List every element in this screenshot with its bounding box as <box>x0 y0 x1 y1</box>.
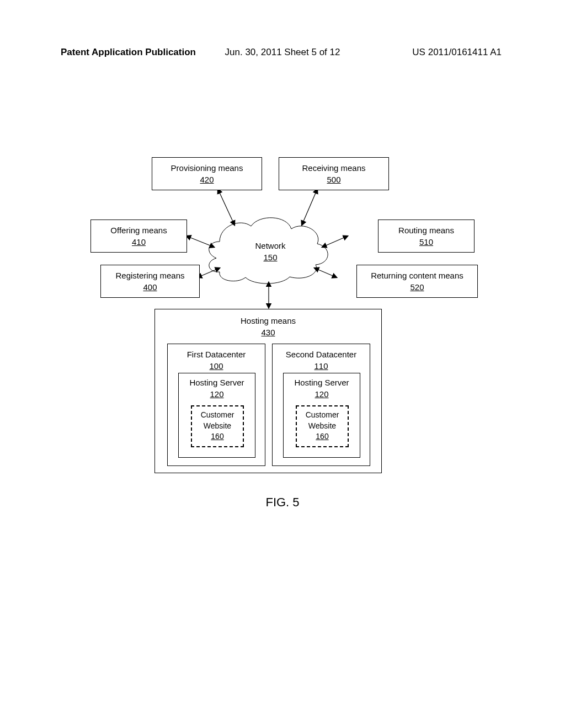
figure-label: FIG. 5 <box>0 495 565 510</box>
offering-label: Offering means <box>94 224 184 236</box>
offering-ref: 410 <box>94 236 184 248</box>
network-cloud: Network 150 <box>212 207 328 281</box>
receiving-label: Receiving means <box>282 162 386 174</box>
dc2-ref: 110 <box>314 361 328 371</box>
dc1-label: First Datacenter <box>187 350 246 359</box>
registering-means-box: Registering means 400 <box>100 265 200 298</box>
network-text: Network 150 <box>212 240 328 263</box>
header-sheet-info: Jun. 30, 2011 Sheet 5 of 12 <box>225 47 340 58</box>
hosting-title: Hosting means 430 <box>155 309 381 338</box>
provisioning-label: Provisioning means <box>155 162 259 174</box>
dc1-server-label: Hosting Server <box>189 378 244 387</box>
first-datacenter-box: First Datacenter 100 Hosting Server 120 … <box>167 344 265 466</box>
dc2-website-ref: 160 <box>316 432 328 441</box>
network-label: Network <box>255 241 285 250</box>
header-publication: Patent Application Publication <box>61 47 196 58</box>
provisioning-means-box: Provisioning means 420 <box>152 157 262 190</box>
receiving-means-box: Receiving means 500 <box>279 157 389 190</box>
registering-ref: 400 <box>104 281 196 293</box>
offering-means-box: Offering means 410 <box>90 220 187 253</box>
hosting-means-box: Hosting means 430 First Datacenter 100 H… <box>154 309 382 473</box>
returning-means-box: Returning content means 520 <box>356 265 478 298</box>
dc1-website-l2: Website <box>204 421 231 430</box>
dc2-website-l2: Website <box>308 421 336 430</box>
dc2-server-label: Hosting Server <box>294 378 349 387</box>
dc2-website-l1: Customer <box>306 410 339 419</box>
dc1-website-ref: 160 <box>211 432 223 441</box>
hosting-ref: 430 <box>261 328 275 337</box>
dc1-server-box: Hosting Server 120 Customer Website 160 <box>178 373 255 458</box>
network-ref: 150 <box>263 253 277 262</box>
provisioning-ref: 420 <box>155 174 259 185</box>
dc1-website-box: Customer Website 160 <box>191 405 244 447</box>
returning-label: Returning content means <box>360 270 475 281</box>
dc1-ref: 100 <box>209 361 223 371</box>
dc1-server-ref: 120 <box>210 389 223 399</box>
routing-label: Routing means <box>381 224 471 236</box>
hosting-label: Hosting means <box>241 316 296 325</box>
page-header: Patent Application Publication Jun. 30, … <box>0 47 565 58</box>
routing-means-box: Routing means 510 <box>378 220 475 253</box>
second-datacenter-box: Second Datacenter 110 Hosting Server 120… <box>272 344 370 466</box>
dc2-website-box: Customer Website 160 <box>296 405 349 447</box>
routing-ref: 510 <box>381 236 471 248</box>
header-patent-number: US 2011/0161411 A1 <box>412 47 502 58</box>
receiving-ref: 500 <box>282 174 386 185</box>
dc2-server-box: Hosting Server 120 Customer Website 160 <box>283 373 360 458</box>
returning-ref: 520 <box>360 281 475 293</box>
svg-line-2 <box>186 236 214 247</box>
dc2-server-ref: 120 <box>315 389 328 399</box>
dc2-label: Second Datacenter <box>286 350 356 359</box>
registering-label: Registering means <box>104 270 196 281</box>
dc1-website-l1: Customer <box>201 410 234 419</box>
